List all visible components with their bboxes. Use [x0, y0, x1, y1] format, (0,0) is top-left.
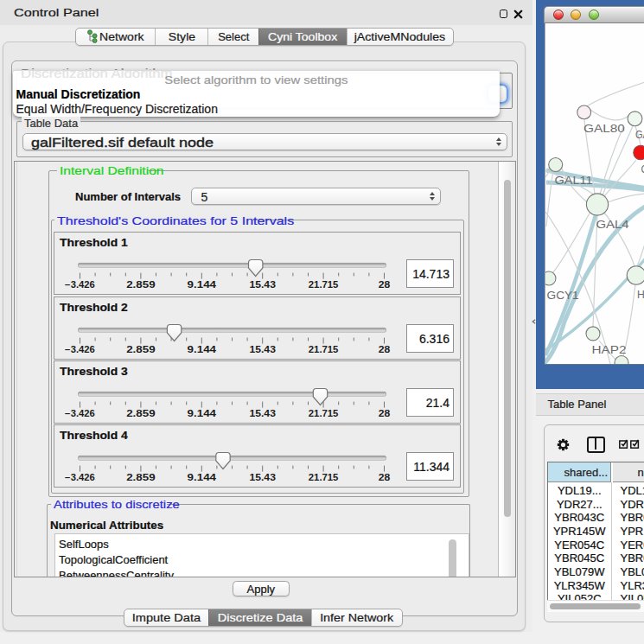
svg-text:GAL80: GAL80 — [583, 122, 625, 134]
svg-text:GA: GA — [635, 129, 644, 141]
svg-text:15.43: 15.43 — [249, 473, 276, 482]
svg-text:−3.426: −3.426 — [65, 408, 95, 418]
svg-text:9.144: 9.144 — [188, 344, 217, 354]
svg-text:HAP2: HAP2 — [591, 344, 626, 356]
svg-text:−3.426: −3.426 — [65, 473, 95, 482]
svg-text:−3.426: −3.426 — [65, 344, 95, 354]
svg-text:GCY1: GCY1 — [546, 290, 578, 302]
svg-text:21.715: 21.715 — [309, 280, 339, 290]
svg-text:9.144: 9.144 — [188, 473, 217, 482]
svg-text:28: 28 — [379, 408, 391, 418]
svg-text:9.144: 9.144 — [188, 280, 217, 290]
svg-text:15.43: 15.43 — [249, 408, 276, 418]
svg-text:21.715: 21.715 — [309, 408, 339, 418]
svg-text:2.859: 2.859 — [126, 280, 156, 290]
svg-text:2.859: 2.859 — [126, 408, 156, 418]
svg-text:15.43: 15.43 — [249, 280, 276, 290]
svg-text:21.715: 21.715 — [309, 473, 339, 482]
svg-text:15.43: 15.43 — [249, 344, 276, 354]
svg-text:−3.426: −3.426 — [65, 280, 95, 290]
svg-text:28: 28 — [379, 473, 391, 482]
svg-text:HA: HA — [637, 289, 644, 301]
svg-text:GAL4: GAL4 — [596, 218, 628, 230]
svg-text:9.144: 9.144 — [188, 408, 217, 418]
svg-text:28: 28 — [379, 344, 391, 354]
svg-text:GA: GA — [641, 163, 644, 175]
svg-text:2.859: 2.859 — [126, 473, 156, 482]
svg-text:GAL11: GAL11 — [554, 175, 592, 187]
svg-text:28: 28 — [379, 280, 391, 290]
svg-text:21.715: 21.715 — [309, 344, 339, 354]
svg-text:2.859: 2.859 — [126, 344, 156, 354]
